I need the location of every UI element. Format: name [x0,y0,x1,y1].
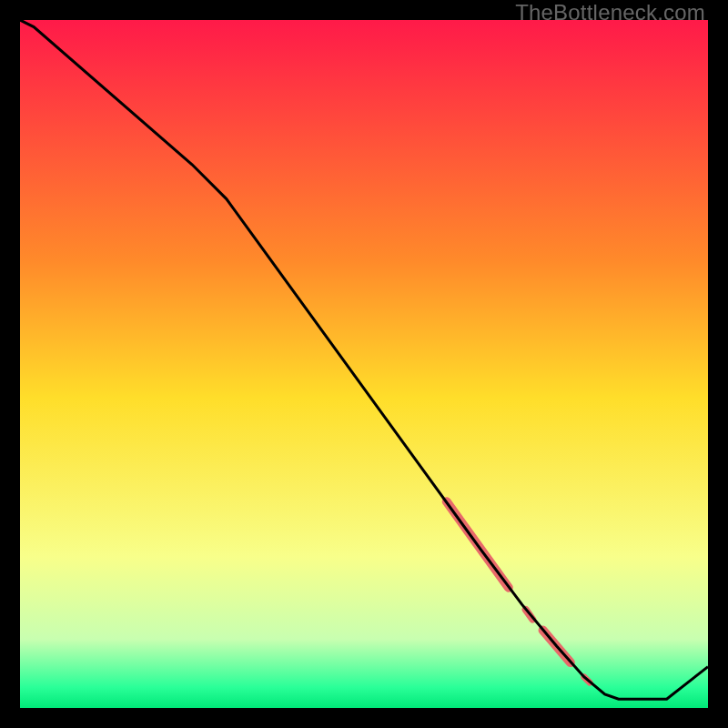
chart-plot-area [20,20,708,708]
chart-svg [20,20,708,708]
chart-background-gradient [20,20,708,708]
